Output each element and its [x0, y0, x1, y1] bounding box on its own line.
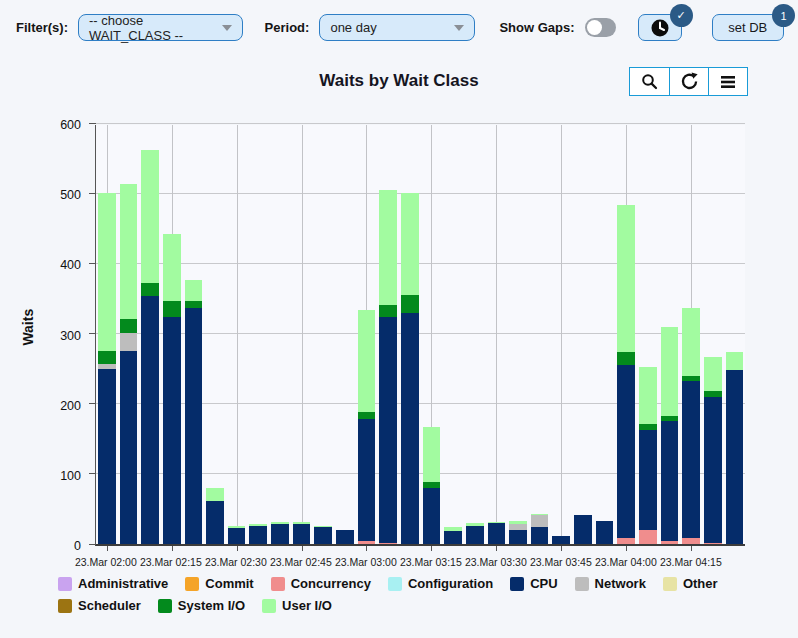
legend-item-cpu[interactable]: CPU	[510, 576, 557, 591]
bar-02:40[interactable]	[269, 125, 291, 544]
bar-02:50[interactable]	[312, 125, 334, 544]
bar-02:45[interactable]	[291, 125, 313, 544]
segment-user_io	[163, 234, 181, 301]
bar-03:25[interactable]	[464, 125, 486, 544]
zoom-button[interactable]	[630, 68, 669, 95]
legend-item-concurrency[interactable]: Concurrency	[271, 576, 371, 591]
bar-02:00[interactable]	[96, 125, 118, 544]
segment-cpu	[98, 369, 116, 544]
bar-02:30[interactable]	[226, 125, 248, 544]
bar-03:05[interactable]	[377, 125, 399, 544]
bar-03:15[interactable]	[421, 125, 443, 544]
bar-03:40[interactable]	[529, 125, 551, 544]
segment-concurrency	[617, 538, 635, 544]
legend-swatch-icon	[262, 599, 276, 613]
x-tick-label: 23.Mar 02:45	[270, 556, 332, 568]
segment-user_io	[617, 205, 635, 352]
segment-cpu	[509, 530, 527, 544]
bars	[96, 125, 745, 544]
segment-concurrency	[682, 538, 700, 544]
segment-user_io	[661, 327, 679, 416]
segment-system_io	[358, 412, 376, 419]
legend-item-scheduler[interactable]: Scheduler	[58, 598, 141, 613]
segment-user_io	[141, 150, 159, 283]
legend-item-administrative[interactable]: Administrative	[58, 576, 168, 591]
legend-swatch-icon	[271, 577, 285, 591]
segment-system_io	[141, 283, 159, 296]
show-gaps-label: Show Gaps:	[499, 20, 574, 35]
segment-cpu	[249, 526, 267, 544]
y-tick-label: 300	[60, 329, 81, 343]
y-tick-label: 500	[60, 188, 81, 202]
bar-03:35[interactable]	[507, 125, 529, 544]
toolbar: Filter(s): -- choose WAIT_CLASS -- Perio…	[0, 0, 798, 45]
period-select[interactable]: one day	[319, 14, 475, 41]
y-tick-label: 400	[60, 258, 81, 272]
segment-concurrency	[661, 541, 679, 545]
legend-item-network[interactable]: Network	[575, 576, 646, 591]
set-db-button[interactable]: set DB 1	[712, 14, 784, 41]
bar-03:10[interactable]	[399, 125, 421, 544]
bar-02:10[interactable]	[139, 125, 161, 544]
legend-item-configuration[interactable]: Configuration	[388, 576, 493, 591]
bar-02:20[interactable]	[183, 125, 205, 544]
segment-user_io	[358, 310, 376, 412]
segment-system_io	[617, 352, 635, 365]
segment-cpu	[141, 296, 159, 544]
bar-03:30[interactable]	[486, 125, 508, 544]
bar-03:55[interactable]	[594, 125, 616, 544]
x-tick-label: 23.Mar 03:15	[400, 556, 462, 568]
bar-04:05[interactable]	[637, 125, 659, 544]
legend-item-commit[interactable]: Commit	[185, 576, 253, 591]
segment-cpu	[704, 397, 722, 543]
legend-swatch-icon	[663, 577, 677, 591]
refresh-button[interactable]	[669, 68, 708, 95]
segment-cpu	[423, 488, 441, 544]
chevron-down-icon	[454, 25, 464, 31]
legend-item-other[interactable]: Other	[663, 576, 718, 591]
wait-class-select-value: -- choose WAIT_CLASS --	[89, 13, 210, 43]
segment-cpu	[314, 527, 332, 544]
bar-04:10[interactable]	[659, 125, 681, 544]
bar-04:15[interactable]	[680, 125, 702, 544]
legend-swatch-icon	[185, 577, 199, 591]
set-db-button-label: set DB	[728, 20, 767, 35]
bar-02:15[interactable]	[161, 125, 183, 544]
segment-cpu	[661, 421, 679, 540]
toggle-knob-icon	[587, 20, 602, 35]
legend-label: Administrative	[78, 576, 168, 591]
bar-02:05[interactable]	[118, 125, 140, 544]
legend-label: User I/O	[282, 598, 332, 613]
segment-network	[120, 333, 138, 351]
chart-area: Waits 0100200300400500600 23.Mar 02:0023…	[0, 125, 798, 546]
bar-02:25[interactable]	[204, 125, 226, 544]
bar-03:00[interactable]	[356, 125, 378, 544]
bar-02:55[interactable]	[334, 125, 356, 544]
time-range-button[interactable]: ✓	[638, 14, 681, 41]
segment-user_io	[726, 352, 744, 370]
legend-label: System I/O	[178, 598, 245, 613]
y-tick	[89, 403, 96, 404]
x-tick-label: 23.Mar 03:45	[530, 556, 592, 568]
legend-item-user_io[interactable]: User I/O	[262, 598, 332, 613]
y-tick	[89, 473, 96, 474]
show-gaps-toggle[interactable]	[585, 18, 617, 37]
legend-swatch-icon	[158, 599, 172, 613]
bar-02:35[interactable]	[247, 125, 269, 544]
segment-cpu	[444, 531, 462, 544]
bar-04:20[interactable]	[702, 125, 724, 544]
wait-class-select[interactable]: -- choose WAIT_CLASS --	[78, 14, 243, 41]
bar-03:45[interactable]	[550, 125, 572, 544]
bar-04:25[interactable]	[724, 125, 746, 544]
bar-03:50[interactable]	[572, 125, 594, 544]
menu-button[interactable]	[708, 68, 747, 95]
bar-03:20[interactable]	[442, 125, 464, 544]
y-tick-label: 200	[60, 399, 81, 413]
segment-cpu	[682, 381, 700, 538]
segment-cpu	[228, 528, 246, 544]
legend-item-system_io[interactable]: System I/O	[158, 598, 245, 613]
y-tick-label: 100	[60, 469, 81, 483]
segment-user_io	[120, 184, 138, 319]
bar-04:00[interactable]	[615, 125, 637, 544]
y-tick	[89, 193, 96, 194]
